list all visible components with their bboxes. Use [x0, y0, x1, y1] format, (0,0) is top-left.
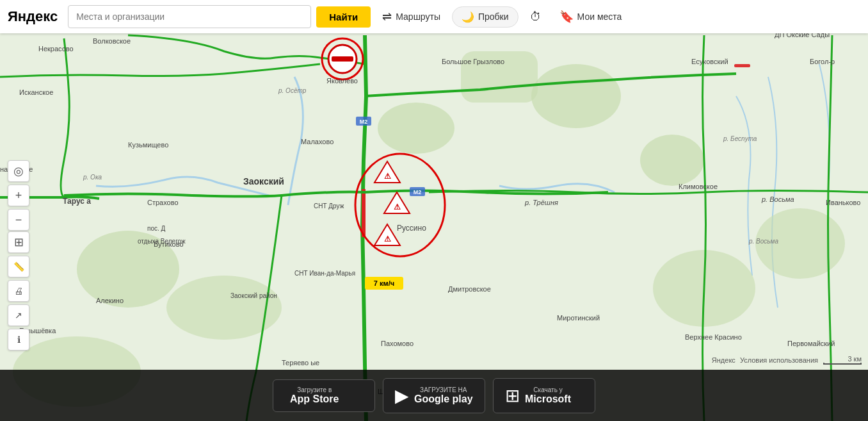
- svg-text:⚠: ⚠: [384, 235, 391, 244]
- google-play-text: ЗАГРУЗИТЕ НА Google play: [414, 386, 473, 405]
- svg-point-3: [531, 64, 621, 128]
- app-store-text: Загрузите в App Store: [290, 386, 339, 405]
- google-play-name: Google play: [414, 393, 473, 405]
- moon-icon: 🌙: [462, 11, 474, 23]
- svg-text:р. Восьма: р. Восьма: [761, 195, 794, 203]
- svg-rect-60: [332, 56, 353, 62]
- svg-text:Алекино: Алекино: [96, 297, 124, 304]
- routes-icon: ⇌: [382, 10, 392, 24]
- svg-text:Тарус а: Тарус а: [63, 197, 91, 206]
- svg-text:Теряево ые: Теряево ые: [282, 359, 319, 367]
- app-store-button[interactable]: Загрузите в App Store: [273, 379, 375, 412]
- probki-button[interactable]: 🌙 Пробки: [452, 6, 518, 28]
- android-icon: ▶: [395, 385, 409, 406]
- moi-mesta-label: Мои места: [577, 12, 622, 22]
- locate-button[interactable]: ◎: [8, 160, 29, 182]
- svg-text:⚠: ⚠: [394, 202, 401, 211]
- svg-text:7 км/ч: 7 км/ч: [374, 279, 394, 287]
- bottom-right-info: Яндекс Условия использования 3 км: [712, 355, 862, 365]
- time-button[interactable]: ⏱: [524, 6, 548, 28]
- yandex-attribution[interactable]: Яндекс Условия использования: [712, 356, 818, 364]
- svg-text:Руссино: Руссино: [397, 224, 426, 233]
- info-button[interactable]: ℹ: [8, 329, 29, 351]
- svg-text:Дмитровское: Дмитровское: [448, 285, 491, 293]
- svg-text:Волковское: Волковское: [93, 37, 131, 45]
- svg-text:Яковлево: Яковлево: [326, 77, 358, 85]
- svg-text:СНТ Друж: СНТ Друж: [314, 202, 344, 210]
- svg-point-6: [166, 276, 282, 340]
- app-store-name: App Store: [290, 393, 339, 405]
- yandex-link: Яндекс: [712, 356, 735, 364]
- minus-icon: −: [15, 213, 22, 227]
- bottom-bar: Загрузите в App Store ▶ ЗАГРУЗИТЕ НА Goo…: [0, 370, 868, 421]
- ruler-button[interactable]: 📏: [8, 256, 29, 277]
- svg-text:р. Восьма: р. Восьма: [748, 238, 778, 245]
- share-button[interactable]: ↗: [8, 304, 29, 326]
- print-button[interactable]: 🖨: [8, 280, 29, 302]
- google-play-button[interactable]: ▶ ЗАГРУЗИТЕ НА Google play: [383, 378, 485, 413]
- layers-icon: ⊞: [14, 235, 24, 249]
- svg-text:Страхово: Страхово: [147, 199, 179, 206]
- app-store-pre: Загрузите в: [290, 386, 339, 393]
- layers-button[interactable]: ⊞: [8, 231, 29, 253]
- map-container[interactable]: М2 М2 Некрасово Волковское Исканское Куз…: [0, 0, 868, 421]
- microsoft-button[interactable]: ⊞ Скачать у Microsoft: [493, 378, 595, 413]
- svg-text:Верхнее Красино: Верхнее Красино: [685, 333, 742, 341]
- svg-text:Иваньково: Иваньково: [826, 199, 860, 206]
- search-input[interactable]: [68, 5, 311, 28]
- moi-mesta-button[interactable]: 🔖 Мои места: [553, 6, 629, 28]
- microsoft-pre: Скачать у: [525, 386, 571, 393]
- share-icon: ↗: [15, 310, 22, 320]
- svg-text:Заокский район: Заокский район: [230, 292, 277, 299]
- left-bottom-controls: ⊞ 📏 🖨 ↗ ℹ: [8, 231, 29, 351]
- routes-button[interactable]: ⇌ Маршруты: [376, 6, 447, 28]
- clock-icon: ⏱: [530, 10, 542, 24]
- bookmark-icon: 🔖: [559, 10, 574, 24]
- svg-text:Заокский: Заокский: [243, 176, 284, 186]
- zoom-out-button[interactable]: −: [8, 209, 29, 231]
- svg-text:р. Трёшня: р. Трёшня: [524, 199, 558, 206]
- find-button[interactable]: Найти: [316, 6, 371, 28]
- svg-text:отдыха Велегож: отдыха Велегож: [138, 238, 186, 245]
- routes-label: Маршруты: [396, 12, 440, 22]
- svg-point-4: [640, 135, 704, 186]
- plus-icon: +: [15, 189, 22, 202]
- svg-text:Исканское: Исканское: [19, 88, 53, 96]
- svg-text:р. Осётр: р. Осётр: [278, 87, 307, 94]
- svg-text:⚠: ⚠: [384, 172, 391, 181]
- svg-text:Пахомово: Пахомово: [381, 340, 414, 347]
- zoom-in-button[interactable]: +: [8, 185, 29, 206]
- locate-icon: ◎: [13, 164, 24, 178]
- svg-text:Большое Грызлово: Большое Грызлово: [442, 58, 504, 65]
- microsoft-name: Microsoft: [525, 393, 571, 405]
- ruler-icon: 📏: [13, 261, 24, 272]
- svg-text:М2: М2: [360, 119, 368, 125]
- svg-text:пос. Д: пос. Д: [147, 225, 166, 232]
- svg-text:р. Беспута: р. Беспута: [723, 135, 757, 142]
- scale-label: 3 км: [848, 355, 862, 363]
- yandex-logo: Яндекс: [8, 8, 58, 25]
- scale-line: [823, 363, 862, 365]
- svg-text:р. Ока: р. Ока: [83, 174, 102, 181]
- svg-text:Есуковский: Есуковский: [691, 58, 728, 65]
- svg-text:СНТ Иван-да-Марья: СНТ Иван-да-Марья: [294, 270, 355, 277]
- conditions-link[interactable]: Условия использования: [740, 356, 818, 364]
- left-controls: ◎ + −: [8, 160, 29, 231]
- svg-text:Первомайский: Первомайский: [787, 340, 835, 347]
- svg-text:Малахово: Малахово: [301, 138, 334, 145]
- svg-text:Миротинский: Миротинский: [557, 314, 600, 322]
- svg-text:Некрасово: Некрасово: [38, 45, 74, 53]
- probki-label: Пробки: [478, 12, 509, 22]
- print-icon: 🖨: [14, 286, 23, 296]
- microsoft-icon: ⊞: [505, 385, 520, 406]
- google-play-pre: ЗАГРУЗИТЕ НА: [414, 386, 473, 393]
- svg-text:Климовское: Климовское: [679, 183, 718, 190]
- info-icon: ℹ: [17, 334, 20, 345]
- svg-rect-64: [734, 64, 750, 67]
- microsoft-text: Скачать у Microsoft: [525, 386, 571, 405]
- navbar: Яндекс Найти ⇌ Маршруты 🌙 Пробки ⏱ 🔖 Мои…: [0, 0, 868, 33]
- svg-text:Богол-р: Богол-р: [810, 58, 835, 65]
- yandex-logo-text: Яндекс: [8, 8, 58, 24]
- svg-text:Кузьмищево: Кузьмищево: [128, 141, 168, 149]
- scale-bar: 3 км: [823, 355, 862, 365]
